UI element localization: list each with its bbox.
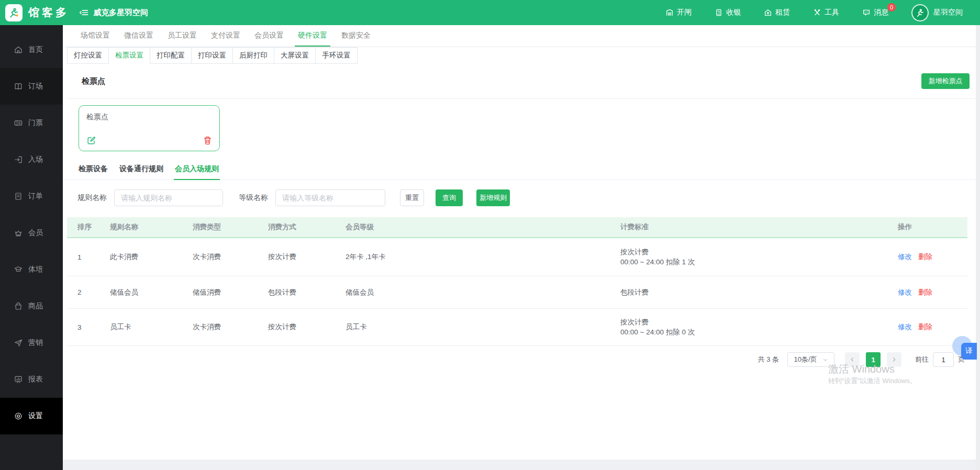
tab-device-pass-rules[interactable]: 设备通行规则 (118, 161, 164, 180)
tab-member-settings[interactable]: 会员设置 (251, 25, 287, 47)
page-size-value: 10条/页 (794, 355, 817, 364)
checkpoint-name: 检票点 (86, 113, 212, 122)
billing-line2: 00:00 ~ 24:00 扣除 1 次 (620, 257, 887, 267)
sidebar-item-label: 门票 (28, 118, 43, 128)
sidebar-item-label: 体培 (28, 265, 43, 274)
order-icon (14, 192, 23, 201)
avatar-player-icon (911, 4, 929, 21)
cell-billing: 包段计费 (610, 287, 887, 297)
nav-tools[interactable]: 工具 (813, 8, 839, 17)
rule-name-label: 规则名称 (77, 193, 107, 203)
next-page-button[interactable] (887, 352, 901, 367)
app-root: 馆客多 威克多星羽空间 开闸 (0, 0, 980, 470)
home-icon (14, 45, 23, 54)
cell-consume-mode: 按次计费 (258, 252, 335, 262)
tab-ticket-check[interactable]: 检票设置 (109, 48, 150, 64)
nav-open-gate[interactable]: 开闸 (665, 8, 692, 17)
page-size-select[interactable]: 10条/页 (787, 352, 834, 367)
level-name-label: 等级名称 (239, 193, 268, 203)
header-left: 馆客多 威克多星羽空间 (0, 0, 148, 25)
edit-link[interactable]: 修改 (898, 288, 912, 297)
col-actions: 操作 (887, 222, 967, 232)
tab-print-config[interactable]: 打印配置 (150, 48, 192, 64)
nav-rental[interactable]: 租赁 (764, 8, 790, 17)
tab-payment-settings[interactable]: 支付设置 (208, 25, 243, 47)
search-button[interactable]: 查询 (436, 189, 463, 206)
translate-button[interactable]: 译 (961, 343, 977, 360)
col-rule-name: 规则名称 (99, 222, 182, 232)
enter-icon (14, 155, 23, 164)
sidebar-item-marketing[interactable]: 营销 (0, 324, 63, 361)
sidebar-item-training[interactable]: 体培 (0, 251, 63, 288)
nav-label: 工具 (825, 8, 839, 17)
tab-kitchen-print[interactable]: 后厨打印 (233, 48, 274, 64)
sidebar-item-label: 报表 (28, 375, 43, 384)
tab-wechat-settings[interactable]: 微信设置 (121, 25, 157, 47)
marketing-icon (14, 338, 23, 348)
reset-button[interactable]: 重置 (400, 189, 424, 206)
trash-icon[interactable] (203, 136, 213, 146)
user-menu[interactable]: 星羽空间 (911, 4, 963, 21)
nav-cashier[interactable]: 收银 (715, 8, 741, 17)
sidebar-item-label: 入场 (28, 155, 43, 164)
edit-link[interactable]: 修改 (898, 322, 912, 332)
sidebar-item-orders[interactable]: 订单 (0, 178, 63, 215)
entry-rule-tabs: 检票设备 设备通行规则 会员入场规则 (63, 161, 980, 180)
tab-data-security[interactable]: 数据安全 (338, 25, 374, 47)
cell-rule-name: 储值会员 (99, 288, 182, 297)
add-checkpoint-button[interactable]: 新增检票点 (921, 73, 970, 89)
training-icon (14, 265, 23, 274)
cell-consume-type: 储值消费 (182, 288, 258, 297)
sidebar-item-booking[interactable]: 订场 (0, 68, 63, 105)
tab-venue-settings[interactable]: 场馆设置 (77, 25, 113, 47)
billing-line1: 包段计费 (620, 287, 887, 297)
delete-link[interactable]: 删除 (918, 322, 932, 332)
cell-member-level: 储值会员 (335, 288, 610, 297)
add-rule-button[interactable]: 新增规则 (476, 189, 510, 206)
gate-icon (665, 8, 674, 17)
cashier-icon (715, 8, 723, 17)
tab-wristband-settings[interactable]: 手环设置 (316, 48, 357, 64)
cell-seq: 2 (67, 288, 99, 296)
watermark-line2: 转到“设置”以激活 Windows。 (828, 376, 917, 386)
scrollbar[interactable] (976, 25, 980, 470)
page-number-current[interactable]: 1 (866, 352, 881, 367)
sidebar-item-home[interactable]: 首页 (0, 31, 63, 68)
tools-icon (813, 8, 821, 17)
sidebar-item-label: 首页 (28, 45, 43, 54)
edit-icon[interactable] (86, 136, 96, 146)
sidebar-item-reports[interactable]: 报表 (0, 361, 63, 398)
collapse-menu-icon[interactable] (79, 7, 89, 18)
billing-line1: 按次计费 (620, 317, 887, 327)
tab-staff-settings[interactable]: 员工设置 (164, 25, 200, 47)
delete-link[interactable]: 删除 (918, 252, 932, 262)
edit-link[interactable]: 修改 (898, 252, 912, 262)
brand-name: 馆客多 (28, 5, 69, 20)
sidebar-item-tickets[interactable]: 门票 (0, 105, 63, 141)
tab-member-entry-rules[interactable]: 会员入场规则 (174, 161, 220, 180)
chevron-right-icon (891, 356, 897, 363)
sidebar-item-label: 会员 (28, 228, 43, 238)
nav-label: 收银 (726, 8, 741, 17)
tab-check-devices[interactable]: 检票设备 (77, 161, 109, 180)
sidebar-item-entry[interactable]: 入场 (0, 141, 63, 178)
sidebar-item-label: 订单 (28, 192, 43, 201)
nav-messages[interactable]: 消息 0 (862, 8, 888, 17)
level-name-input[interactable] (275, 189, 385, 206)
settings-primary-tabs: 场馆设置 微信设置 员工设置 支付设置 会员设置 硬件设置 数据安全 (63, 25, 980, 47)
tab-hardware-settings[interactable]: 硬件设置 (295, 25, 330, 47)
sidebar-item-goods[interactable]: 商品 (0, 288, 63, 324)
rule-name-input[interactable] (114, 189, 223, 206)
tab-light-control[interactable]: 灯控设置 (68, 48, 109, 64)
rental-icon (764, 8, 772, 17)
delete-link[interactable]: 删除 (918, 288, 932, 297)
tab-print-settings[interactable]: 打印设置 (192, 48, 233, 64)
goto-page-input[interactable] (933, 352, 954, 367)
tab-bigscreen-settings[interactable]: 大屏设置 (274, 48, 316, 64)
sidebar-item-settings[interactable]: 设置 (0, 398, 63, 434)
app-logo-icon (5, 4, 23, 21)
col-seq: 排序 (67, 222, 99, 232)
sidebar-item-members[interactable]: 会员 (0, 215, 63, 251)
prev-page-button[interactable] (845, 352, 860, 367)
header-nav: 开闸 收银 租赁 (665, 0, 980, 25)
